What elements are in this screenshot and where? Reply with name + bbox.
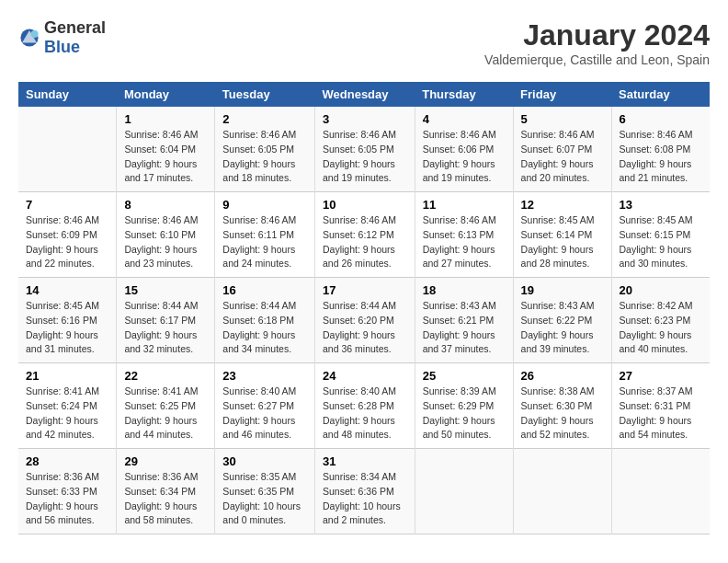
calendar-cell: 2Sunrise: 8:46 AMSunset: 6:05 PMDaylight… bbox=[215, 107, 315, 192]
calendar-cell: 21Sunrise: 8:41 AMSunset: 6:24 PMDayligh… bbox=[18, 363, 117, 449]
calendar-cell: 19Sunrise: 8:43 AMSunset: 6:22 PMDayligh… bbox=[513, 278, 611, 363]
calendar-cell: 22Sunrise: 8:41 AMSunset: 6:25 PMDayligh… bbox=[117, 363, 215, 449]
day-number: 22 bbox=[124, 369, 207, 383]
day-info: Sunrise: 8:40 AMSunset: 6:28 PMDaylight:… bbox=[323, 385, 407, 442]
calendar-cell: 10Sunrise: 8:46 AMSunset: 6:12 PMDayligh… bbox=[315, 192, 415, 278]
day-info: Sunrise: 8:36 AMSunset: 6:34 PMDaylight:… bbox=[124, 470, 207, 528]
day-number: 5 bbox=[521, 112, 604, 126]
main-title: January 2024 bbox=[484, 18, 710, 52]
calendar-cell: 27Sunrise: 8:37 AMSunset: 6:31 PMDayligh… bbox=[611, 363, 710, 449]
day-info: Sunrise: 8:44 AMSunset: 6:20 PMDaylight:… bbox=[323, 299, 407, 357]
calendar-cell: 26Sunrise: 8:38 AMSunset: 6:30 PMDayligh… bbox=[513, 363, 611, 449]
logo: General Blue bbox=[18, 18, 106, 57]
day-info: Sunrise: 8:46 AMSunset: 6:04 PMDaylight:… bbox=[124, 128, 207, 186]
day-number: 18 bbox=[423, 283, 506, 297]
day-info: Sunrise: 8:34 AMSunset: 6:36 PMDaylight:… bbox=[323, 470, 407, 528]
calendar-cell: 30Sunrise: 8:35 AMSunset: 6:35 PMDayligh… bbox=[215, 449, 315, 534]
day-number: 11 bbox=[423, 198, 506, 212]
day-info: Sunrise: 8:38 AMSunset: 6:30 PMDaylight:… bbox=[521, 385, 604, 442]
day-info: Sunrise: 8:44 AMSunset: 6:18 PMDaylight:… bbox=[222, 299, 307, 357]
day-number: 15 bbox=[124, 283, 207, 297]
calendar-cell: 11Sunrise: 8:46 AMSunset: 6:13 PMDayligh… bbox=[415, 192, 513, 278]
day-info: Sunrise: 8:46 AMSunset: 6:07 PMDaylight:… bbox=[521, 128, 604, 186]
day-number: 24 bbox=[323, 369, 407, 383]
day-number: 21 bbox=[26, 369, 108, 383]
calendar-row: 7Sunrise: 8:46 AMSunset: 6:09 PMDaylight… bbox=[18, 192, 710, 278]
day-number: 9 bbox=[222, 198, 307, 212]
header: General Blue January 2024 Valdemierque, … bbox=[18, 18, 710, 67]
calendar-row: 1Sunrise: 8:46 AMSunset: 6:04 PMDaylight… bbox=[18, 107, 710, 192]
col-thursday: Thursday bbox=[415, 82, 513, 107]
calendar-cell: 5Sunrise: 8:46 AMSunset: 6:07 PMDaylight… bbox=[513, 107, 611, 192]
day-info: Sunrise: 8:46 AMSunset: 6:11 PMDaylight:… bbox=[222, 213, 307, 271]
calendar-cell: 12Sunrise: 8:45 AMSunset: 6:14 PMDayligh… bbox=[513, 192, 611, 278]
day-info: Sunrise: 8:46 AMSunset: 6:06 PMDaylight:… bbox=[423, 128, 506, 186]
title-section: January 2024 Valdemierque, Castille and … bbox=[484, 18, 710, 67]
day-number: 19 bbox=[521, 283, 604, 297]
calendar-cell: 15Sunrise: 8:44 AMSunset: 6:17 PMDayligh… bbox=[117, 278, 215, 363]
col-sunday: Sunday bbox=[18, 82, 117, 107]
logo-text-blue: Blue bbox=[44, 38, 80, 56]
day-number: 20 bbox=[620, 283, 702, 297]
day-number: 23 bbox=[222, 369, 307, 383]
day-number: 7 bbox=[26, 198, 108, 212]
day-info: Sunrise: 8:37 AMSunset: 6:31 PMDaylight:… bbox=[620, 385, 702, 442]
day-number: 2 bbox=[222, 112, 307, 126]
calendar-cell: 13Sunrise: 8:45 AMSunset: 6:15 PMDayligh… bbox=[611, 192, 710, 278]
svg-point-2 bbox=[31, 30, 39, 38]
day-info: Sunrise: 8:45 AMSunset: 6:15 PMDaylight:… bbox=[620, 213, 702, 271]
day-info: Sunrise: 8:46 AMSunset: 6:12 PMDaylight:… bbox=[323, 213, 407, 271]
calendar-cell: 6Sunrise: 8:46 AMSunset: 6:08 PMDaylight… bbox=[611, 107, 710, 192]
day-info: Sunrise: 8:44 AMSunset: 6:17 PMDaylight:… bbox=[124, 299, 207, 357]
day-info: Sunrise: 8:43 AMSunset: 6:22 PMDaylight:… bbox=[521, 299, 604, 357]
day-info: Sunrise: 8:41 AMSunset: 6:25 PMDaylight:… bbox=[124, 385, 207, 442]
day-info: Sunrise: 8:39 AMSunset: 6:29 PMDaylight:… bbox=[423, 385, 506, 442]
day-info: Sunrise: 8:46 AMSunset: 6:09 PMDaylight:… bbox=[26, 213, 108, 271]
calendar-cell bbox=[18, 107, 117, 192]
col-wednesday: Wednesday bbox=[315, 82, 415, 107]
day-number: 6 bbox=[620, 112, 702, 126]
calendar-cell: 29Sunrise: 8:36 AMSunset: 6:34 PMDayligh… bbox=[117, 449, 215, 534]
col-friday: Friday bbox=[513, 82, 611, 107]
calendar-cell: 31Sunrise: 8:34 AMSunset: 6:36 PMDayligh… bbox=[315, 449, 415, 534]
col-monday: Monday bbox=[117, 82, 215, 107]
day-info: Sunrise: 8:36 AMSunset: 6:33 PMDaylight:… bbox=[26, 470, 108, 528]
day-number: 14 bbox=[26, 283, 108, 297]
day-info: Sunrise: 8:46 AMSunset: 6:05 PMDaylight:… bbox=[222, 128, 307, 186]
calendar-cell: 25Sunrise: 8:39 AMSunset: 6:29 PMDayligh… bbox=[415, 363, 513, 449]
calendar-cell bbox=[415, 449, 513, 534]
day-info: Sunrise: 8:46 AMSunset: 6:08 PMDaylight:… bbox=[620, 128, 702, 186]
subtitle: Valdemierque, Castille and Leon, Spain bbox=[484, 52, 710, 67]
day-number: 1 bbox=[124, 112, 207, 126]
calendar-cell bbox=[513, 449, 611, 534]
calendar-cell: 18Sunrise: 8:43 AMSunset: 6:21 PMDayligh… bbox=[415, 278, 513, 363]
calendar-cell: 14Sunrise: 8:45 AMSunset: 6:16 PMDayligh… bbox=[18, 278, 117, 363]
calendar-cell: 9Sunrise: 8:46 AMSunset: 6:11 PMDaylight… bbox=[215, 192, 315, 278]
calendar-cell: 20Sunrise: 8:42 AMSunset: 6:23 PMDayligh… bbox=[611, 278, 710, 363]
day-number: 13 bbox=[620, 198, 702, 212]
calendar-row: 14Sunrise: 8:45 AMSunset: 6:16 PMDayligh… bbox=[18, 278, 710, 363]
day-number: 10 bbox=[323, 198, 407, 212]
day-info: Sunrise: 8:46 AMSunset: 6:05 PMDaylight:… bbox=[323, 128, 407, 186]
calendar-cell: 16Sunrise: 8:44 AMSunset: 6:18 PMDayligh… bbox=[215, 278, 315, 363]
calendar-cell bbox=[611, 449, 710, 534]
day-info: Sunrise: 8:40 AMSunset: 6:27 PMDaylight:… bbox=[222, 385, 307, 442]
day-info: Sunrise: 8:46 AMSunset: 6:13 PMDaylight:… bbox=[423, 213, 506, 271]
calendar-cell: 3Sunrise: 8:46 AMSunset: 6:05 PMDaylight… bbox=[315, 107, 415, 192]
day-number: 12 bbox=[521, 198, 604, 212]
calendar-cell: 8Sunrise: 8:46 AMSunset: 6:10 PMDaylight… bbox=[117, 192, 215, 278]
day-number: 17 bbox=[323, 283, 407, 297]
day-number: 26 bbox=[521, 369, 604, 383]
day-number: 31 bbox=[323, 454, 407, 468]
logo-text-general: General bbox=[44, 18, 106, 37]
calendar-row: 28Sunrise: 8:36 AMSunset: 6:33 PMDayligh… bbox=[18, 449, 710, 534]
calendar-header-row: Sunday Monday Tuesday Wednesday Thursday… bbox=[18, 82, 710, 107]
col-tuesday: Tuesday bbox=[215, 82, 315, 107]
calendar-cell: 23Sunrise: 8:40 AMSunset: 6:27 PMDayligh… bbox=[215, 363, 315, 449]
day-info: Sunrise: 8:42 AMSunset: 6:23 PMDaylight:… bbox=[620, 299, 702, 357]
day-info: Sunrise: 8:35 AMSunset: 6:35 PMDaylight:… bbox=[222, 470, 307, 528]
day-number: 28 bbox=[26, 454, 108, 468]
day-info: Sunrise: 8:43 AMSunset: 6:21 PMDaylight:… bbox=[423, 299, 506, 357]
day-info: Sunrise: 8:45 AMSunset: 6:14 PMDaylight:… bbox=[521, 213, 604, 271]
day-number: 16 bbox=[222, 283, 307, 297]
